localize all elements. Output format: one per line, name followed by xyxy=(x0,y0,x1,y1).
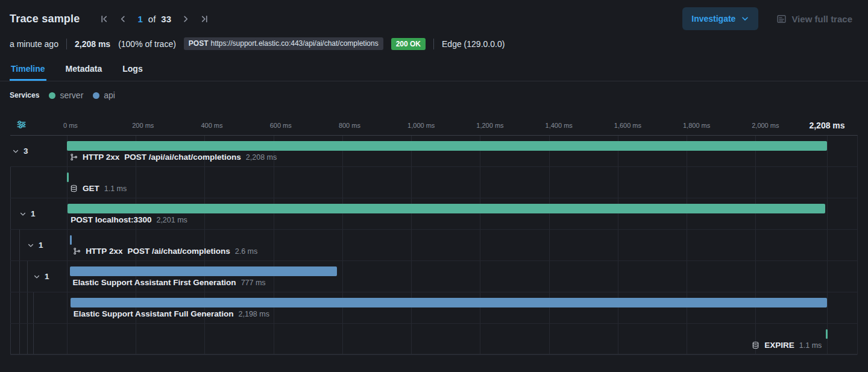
topbar: Trace sample 1 of 33 xyxy=(0,0,868,33)
view-full-trace-button[interactable]: View full trace xyxy=(776,14,852,24)
span-duration: 2,201 ms xyxy=(156,216,187,224)
request-url-badge: POSThttps://support.elastic.co:443/api/a… xyxy=(184,37,383,50)
accordion-toggle[interactable]: 1 xyxy=(33,261,49,292)
axis-tick-label: 1,200 ms xyxy=(476,122,503,129)
waterfall-row[interactable]: GET1.1 ms xyxy=(10,167,857,198)
span-bar[interactable] xyxy=(70,235,72,245)
total-pages: 33 xyxy=(161,14,171,24)
span-label: POST localhost:33002,201 ms xyxy=(71,215,187,224)
trace-pagination: 1 of 33 xyxy=(96,11,212,27)
trace-list-icon xyxy=(776,14,787,24)
axis-tick-label: 1,400 ms xyxy=(546,122,573,129)
span-duration: 2.6 ms xyxy=(235,247,258,256)
span-duration: 2,198 ms xyxy=(239,310,269,318)
span-title: POST localhost:3300 xyxy=(71,215,151,224)
database-icon xyxy=(70,184,78,192)
span-title: POST /api/ai/chat/completions xyxy=(124,153,241,162)
child-count: 1 xyxy=(39,241,43,250)
merge-icon xyxy=(73,247,81,255)
page-of-label: of xyxy=(148,14,156,24)
span-bar[interactable] xyxy=(826,329,828,339)
user-agent: Edge (129.0.0.0) xyxy=(442,39,505,49)
chevron-down-icon xyxy=(33,273,40,280)
span-bar[interactable] xyxy=(68,204,825,213)
chevron-left-icon xyxy=(118,14,127,24)
span-duration: 2,208 ms xyxy=(246,153,277,162)
waterfall-row[interactable]: HTTP 2xxPOST /ai/chat/completions2.6 ms1 xyxy=(10,230,857,261)
accordion-toggle[interactable]: 1 xyxy=(19,198,36,229)
request-url: https://support.elastic.co:443/api/ai/ch… xyxy=(211,39,379,48)
status-code-badge: 200 OK xyxy=(391,38,426,50)
page-indicator: 1 of 33 xyxy=(137,14,171,24)
waterfall-row[interactable]: EXPIRE1.1 ms xyxy=(10,324,857,355)
waterfall-filter-icon[interactable] xyxy=(15,118,28,133)
span-bar[interactable] xyxy=(67,141,827,151)
database-icon xyxy=(752,341,760,349)
tab-bar: Timeline Metadata Logs xyxy=(0,58,868,81)
axis-tick-label: 600 ms xyxy=(270,122,292,129)
trace-duration: 2,208 ms xyxy=(75,39,110,49)
trace-percent: (100% of trace) xyxy=(118,39,176,49)
previous-page-button[interactable] xyxy=(115,11,130,27)
services-legend: Services server api xyxy=(0,81,868,105)
waterfall-row[interactable]: Elastic Support Assistant Full Generatio… xyxy=(10,292,857,324)
waterfall-row[interactable]: Elastic Support Assistant First Generati… xyxy=(10,261,857,292)
axis-tick-label: 800 ms xyxy=(339,122,360,129)
axis-tick-label: 1,800 ms xyxy=(683,122,710,129)
span-bar[interactable] xyxy=(71,298,827,307)
divider xyxy=(66,39,67,49)
services-label: Services xyxy=(10,91,39,99)
tab-metadata[interactable]: Metadata xyxy=(64,58,104,81)
first-page-button[interactable] xyxy=(96,11,112,27)
span-type-badge: HTTP 2xx xyxy=(86,247,122,256)
investigate-button[interactable]: Investigate xyxy=(682,7,758,30)
axis-tick-label: 0 ms xyxy=(63,122,78,129)
axis-tick-label: 1,000 ms xyxy=(407,122,435,129)
span-label: EXPIRE1.1 ms xyxy=(752,341,822,350)
current-page: 1 xyxy=(137,14,142,24)
axis-tick-label: 1,600 ms xyxy=(614,122,641,129)
axis-tick-label: 200 ms xyxy=(132,122,154,129)
span-bar[interactable] xyxy=(70,266,338,276)
child-count: 1 xyxy=(45,272,49,281)
api-color-dot xyxy=(93,92,99,99)
span-title: Elastic Support Assistant Full Generatio… xyxy=(74,309,234,318)
chevron-down-icon xyxy=(27,242,34,249)
legend-item-label: api xyxy=(104,90,115,100)
chevron-down-icon xyxy=(19,210,27,218)
span-title: Elastic Support Assistant First Generati… xyxy=(73,278,236,287)
merge-icon xyxy=(70,153,78,161)
timestamp-relative: a minute ago xyxy=(10,39,58,49)
waterfall-row[interactable]: HTTP 2xxPOST /api/ai/chat/completions2,2… xyxy=(10,136,857,167)
axis-tick-label: 2,000 ms xyxy=(752,122,779,129)
accordion-toggle[interactable]: 1 xyxy=(27,230,43,260)
trace-summary: a minute ago 2,208 ms (100% of trace) PO… xyxy=(0,33,868,58)
tab-logs[interactable]: Logs xyxy=(121,58,143,81)
next-page-button[interactable] xyxy=(178,11,193,27)
axis-tick-label: 400 ms xyxy=(201,122,222,129)
axis-tick-label: 2,208 ms xyxy=(809,121,844,130)
chevron-down-icon xyxy=(12,148,19,155)
request-method: POST xyxy=(189,39,209,48)
waterfall-row[interactable]: POST localhost:33002,201 ms1 xyxy=(10,198,857,230)
tab-timeline[interactable]: Timeline xyxy=(10,58,46,81)
span-duration: 1.1 ms xyxy=(104,184,127,193)
span-type-badge: HTTP 2xx xyxy=(83,153,119,162)
accordion-toggle[interactable]: 3 xyxy=(12,136,28,166)
span-label: HTTP 2xxPOST /ai/chat/completions2.6 ms xyxy=(73,247,257,256)
legend-item-label: server xyxy=(60,90,83,100)
investigate-label: Investigate xyxy=(691,14,735,24)
server-color-dot xyxy=(49,92,55,99)
span-label: Elastic Support Assistant First Generati… xyxy=(73,278,266,287)
child-count: 1 xyxy=(31,209,36,218)
span-bar[interactable] xyxy=(67,172,69,182)
waterfall-chart: HTTP 2xxPOST /api/ai/chat/completions2,2… xyxy=(10,135,858,355)
divider xyxy=(433,39,434,49)
child-count: 3 xyxy=(24,147,28,156)
trace-waterfall: 0 ms200 ms400 ms600 ms800 ms1,000 ms1,20… xyxy=(10,110,858,355)
timeline-axis: 0 ms200 ms400 ms600 ms800 ms1,000 ms1,20… xyxy=(10,110,858,135)
page-title: Trace sample xyxy=(10,13,80,25)
span-duration: 777 ms xyxy=(241,279,266,287)
span-title: GET xyxy=(83,184,99,193)
last-page-button[interactable] xyxy=(197,11,212,27)
